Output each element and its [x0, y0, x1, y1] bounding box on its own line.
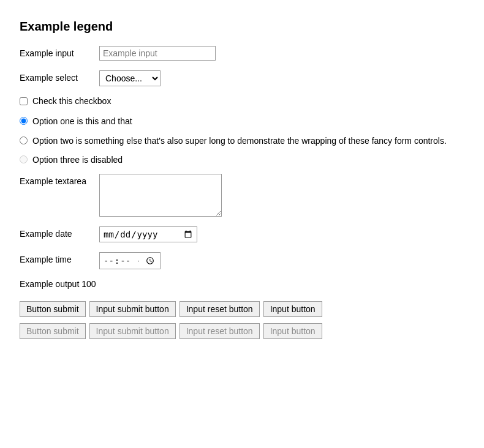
input-label: Example input — [20, 46, 99, 58]
page-title: Example legend — [20, 20, 464, 34]
input-button-2 — [263, 323, 322, 339]
textarea-group: Example textarea — [20, 174, 464, 217]
time-label: Example time — [20, 252, 99, 264]
select-label: Example select — [20, 70, 99, 83]
example-checkbox[interactable] — [20, 97, 28, 105]
page-content: Example legend Example input Example sel… — [10, 10, 474, 350]
radio-group-1: Option one is this and that — [20, 116, 464, 128]
example-input[interactable] — [99, 46, 216, 61]
select-group: Example select Choose... Option 1 Option… — [20, 70, 464, 86]
input-button-1[interactable] — [263, 301, 322, 317]
time-group: Example time — [20, 252, 464, 270]
textarea-label: Example textarea — [20, 174, 99, 186]
example-time[interactable] — [99, 252, 161, 270]
example-textarea[interactable] — [99, 174, 222, 217]
radio-option-2[interactable] — [20, 136, 28, 144]
output-line: Example output 100 — [20, 279, 464, 289]
date-label: Example date — [20, 226, 99, 239]
button-submit-2: Button submit — [20, 323, 86, 339]
radio-label-1: Option one is this and that — [32, 116, 132, 128]
radio-label-2: Option two is something else that's also… — [32, 135, 447, 147]
input-group: Example input — [20, 46, 464, 61]
checkbox-group: Check this checkbox — [20, 96, 464, 106]
checkbox-label: Check this checkbox — [32, 96, 111, 106]
radio-group-2: Option two is something else that's also… — [20, 135, 464, 147]
radio-option-3 — [20, 155, 28, 163]
date-group: Example date — [20, 226, 464, 242]
example-select[interactable]: Choose... Option 1 Option 2 Option 3 — [99, 70, 161, 86]
button-submit-1[interactable]: Button submit — [20, 301, 86, 317]
input-submit-2 — [89, 323, 176, 339]
radio-option-1[interactable] — [20, 117, 28, 125]
example-date[interactable] — [99, 226, 197, 242]
button-row-1: Button submit — [20, 301, 464, 317]
output-label: Example output 100 — [20, 279, 96, 289]
radio-label-3: Option three is disabled — [32, 154, 123, 166]
input-reset-1[interactable] — [180, 301, 260, 317]
button-row-2: Button submit — [20, 323, 464, 339]
input-submit-1[interactable] — [89, 301, 176, 317]
input-reset-2 — [180, 323, 260, 339]
radio-group-3: Option three is disabled — [20, 154, 464, 166]
